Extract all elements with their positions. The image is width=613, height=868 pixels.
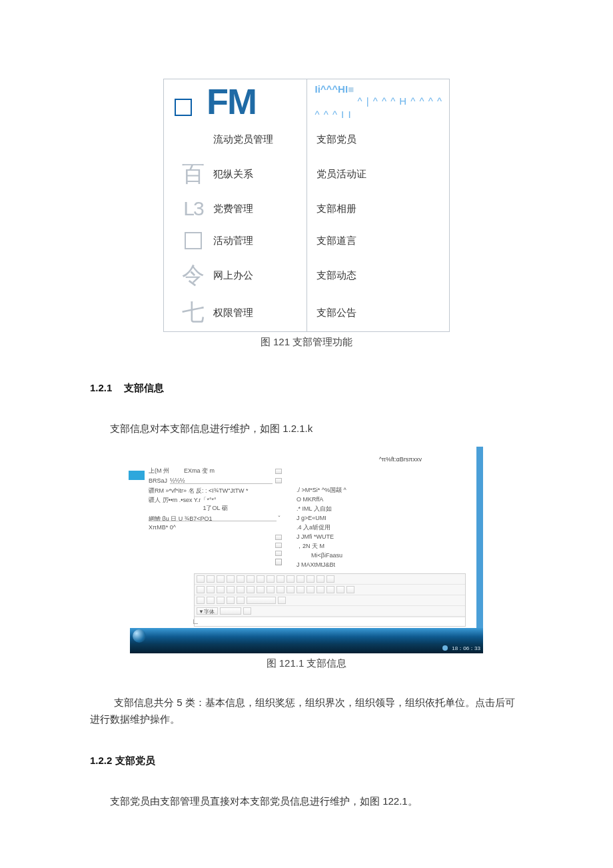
toolbar-button[interactable] — [243, 607, 251, 615]
action-icon[interactable] — [275, 551, 282, 556]
section-121-intro: 支部信息对本支部信息进行维护，如图 1.2.1.k — [90, 420, 523, 437]
function-header-right: Ii^^^HI■ ^ | ^ ^ ^ H ^ ^ ^ ^ ^ ^ ^ I I — [307, 79, 450, 123]
toolbar-button[interactable] — [297, 575, 305, 583]
picker-icon[interactable] — [275, 478, 282, 483]
toolbar-button[interactable] — [257, 586, 265, 593]
toolbar-button[interactable] — [227, 586, 235, 593]
toolbar-button[interactable] — [217, 597, 225, 604]
ling-icon: 令 — [179, 264, 208, 287]
toolbar-button[interactable] — [197, 597, 205, 604]
menu-label: 权限管理 — [213, 307, 253, 319]
picker-icon[interactable] — [275, 469, 282, 474]
menu-item-flow-member: 流动党员管理 — [164, 123, 306, 155]
toolbar-button[interactable] — [197, 586, 205, 593]
toolbar-button[interactable] — [306, 586, 314, 593]
tree-item[interactable]: Mi<βiFaasu — [297, 551, 483, 560]
form-field-input[interactable]: ½½½ — [170, 477, 273, 484]
tree-item[interactable]: J g>E«UMI — [297, 513, 483, 523]
tree-item[interactable]: J MAXtMtJ&Bt — [297, 560, 483, 569]
submenu-label: 党员活动证 — [316, 168, 366, 181]
section-121-title: 支部信息 — [124, 382, 164, 393]
menu-label: 网上办公 — [213, 269, 253, 282]
toolbar-button[interactable] — [247, 575, 255, 583]
font-size-dropdown[interactable] — [220, 607, 241, 615]
logo-square-icon — [175, 99, 192, 116]
toolbar-button[interactable] — [287, 575, 295, 583]
bai-icon: 百 — [179, 163, 208, 185]
submenu-label: 支部公告 — [316, 307, 356, 319]
submenu-branch-member: 支部党员 — [307, 123, 450, 155]
toolbar-button[interactable] — [237, 586, 245, 593]
tray-icon[interactable] — [442, 645, 448, 651]
menu-label: 活动菅理 — [213, 235, 253, 247]
toolbar-button[interactable] — [217, 575, 225, 583]
tree-item[interactable]: J JMfi *WUTE — [297, 532, 483, 541]
toolbar-button[interactable] — [297, 586, 305, 593]
figure-121-caption: 图 121 支部管理功能 — [90, 336, 523, 349]
toolbar-button[interactable] — [316, 586, 324, 593]
toolbar-button[interactable] — [336, 586, 344, 593]
toolbar-button[interactable] — [326, 586, 334, 593]
fm-logo-text: FM — [207, 81, 256, 121]
menu-label: 党费管理 — [213, 203, 253, 215]
submenu-label: 支部动态 — [316, 269, 356, 282]
action-icon[interactable] — [275, 543, 282, 548]
toolbar-button[interactable] — [346, 586, 354, 593]
form-field-label: 上(M 州 — [149, 467, 169, 475]
submenu-notice: 支部公告 — [307, 294, 450, 331]
menu-item-relation: 百 犯纵关系 — [164, 155, 306, 193]
toolbar-button[interactable] — [207, 575, 215, 583]
screenshot-tree-panel: ./ >M*Si* ^%国颛 ^ O MKRffA .* IML 入自如 J g… — [297, 467, 483, 569]
toolbar-button[interactable] — [278, 597, 286, 604]
editor-toolbar-row — [195, 595, 465, 606]
tree-item[interactable]: .* IML 入自如 — [297, 504, 483, 513]
editor-canvas[interactable] — [195, 617, 465, 626]
windows-bottom-glow — [130, 628, 483, 644]
menu-item-fee: L3 党费管理 — [164, 193, 306, 225]
toolbar-button[interactable] — [306, 575, 314, 583]
selected-tab-indicator — [129, 471, 145, 480]
toolbar-button[interactable] — [237, 597, 245, 604]
font-family-dropdown[interactable]: ▼字体 — [197, 607, 218, 615]
toolbar-button[interactable] — [197, 575, 205, 583]
tree-item[interactable]: .4 入a斩促用 — [297, 523, 483, 532]
dropdown-icon[interactable]: ˇ — [277, 515, 282, 521]
toolbar-button[interactable] — [326, 575, 334, 583]
toolbar-button[interactable] — [277, 586, 285, 593]
toolbar-button[interactable] — [217, 586, 225, 593]
toolbar-button[interactable] — [227, 575, 235, 583]
form-field-input[interactable]: 網鰽 βu 日 U ¾B7<PO1 — [149, 515, 277, 521]
toolbar-button[interactable] — [207, 586, 215, 593]
tree-item[interactable]: ，2N 天 M — [297, 541, 483, 551]
tree-item[interactable]: O MKRffA — [297, 495, 483, 504]
form-row-text: 1了OL 砺 — [203, 504, 227, 513]
toolbar-button[interactable] — [247, 586, 255, 593]
toolbar-button[interactable] — [277, 575, 285, 583]
menu-label: 流动党员管理 — [213, 133, 273, 146]
editor-toolbar-row — [195, 574, 465, 585]
toolbar-button[interactable] — [227, 597, 235, 604]
submenu-activity-cert: 党员活动证 — [307, 155, 450, 193]
qi-icon: 七 — [179, 301, 208, 324]
toolbar-button[interactable] — [267, 586, 275, 593]
start-orb-icon[interactable] — [133, 629, 146, 643]
toolbar-button[interactable] — [287, 586, 295, 593]
action-icon[interactable] — [275, 535, 282, 540]
toolbar-button[interactable] — [316, 575, 324, 583]
section-121-heading: 1.2.1支部信息 — [90, 382, 523, 395]
toolbar-button[interactable] — [207, 597, 215, 604]
screenshot-form-panel: 上(M 州 EXma 变 m BRSaJ ½½½ 疆RM »*vf*itr» 名… — [149, 467, 282, 569]
form-row-text: 疆RM »*vf*itr» 名 反: : <I¾TW"JtTW * — [149, 487, 282, 493]
toolbar-button[interactable] — [237, 575, 245, 583]
menu-label: 犯纵关系 — [213, 168, 253, 181]
toolbar-button[interactable] — [267, 575, 275, 583]
square-icon — [179, 232, 208, 249]
editor-toolbar-row — [195, 585, 465, 595]
toolbar-dropdown[interactable] — [247, 597, 276, 604]
editor-toolbar-row: ▼字体 — [195, 606, 465, 617]
form-row-text: 疆人 厉••m .•sex Y.г「*°*° — [149, 496, 282, 503]
form-row-text: XπMB* 0^ — [149, 524, 176, 531]
action-icon[interactable] — [275, 559, 282, 565]
toolbar-button[interactable] — [257, 575, 265, 583]
tree-item[interactable]: ./ >M*Si* ^%国颛 ^ — [297, 485, 483, 495]
